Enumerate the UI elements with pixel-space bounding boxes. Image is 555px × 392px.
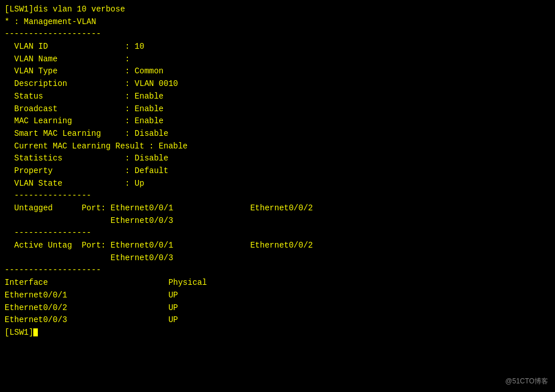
terminal-line: Description : VLAN 0010 bbox=[5, 78, 550, 91]
terminal-line: Untagged Port: Ethernet0/0/1 Ethernet0/0… bbox=[5, 202, 550, 215]
terminal-line: MAC Learning : Enable bbox=[5, 115, 550, 128]
terminal-line: -------------------- bbox=[5, 28, 550, 41]
terminal-line: Statistics : Disable bbox=[5, 152, 550, 165]
terminal-line: -------------------- bbox=[5, 264, 550, 277]
watermark: @51CTO博客 bbox=[505, 377, 548, 386]
terminal-line: ---------------- bbox=[5, 227, 550, 240]
terminal-line: Ethernet0/0/3 UP bbox=[5, 314, 550, 327]
terminal-line: Status : Enable bbox=[5, 91, 550, 103]
terminal-line: VLAN Type : Common bbox=[5, 65, 550, 78]
terminal-line: Current MAC Learning Result : Enable bbox=[5, 140, 550, 153]
terminal-line: Ethernet0/0/3 bbox=[5, 215, 550, 228]
terminal-line: Broadcast : Enable bbox=[5, 103, 550, 116]
terminal-line: * : Management-VLAN bbox=[5, 16, 550, 29]
terminal-line: [LSW1]dis vlan 10 verbose bbox=[5, 3, 550, 16]
terminal-line: Interface Physical bbox=[5, 277, 550, 289]
terminal-line: VLAN ID : 10 bbox=[5, 41, 550, 53]
terminal-content: [LSW1]dis vlan 10 verbose* : Management-… bbox=[5, 3, 550, 339]
terminal-window: [LSW1]dis vlan 10 verbose* : Management-… bbox=[0, 0, 555, 392]
terminal-line: [LSW1] bbox=[5, 327, 550, 339]
terminal-line: VLAN State : Up bbox=[5, 178, 550, 190]
cursor bbox=[33, 328, 38, 336]
terminal-line: ---------------- bbox=[5, 190, 550, 202]
terminal-line: Ethernet0/0/3 bbox=[5, 252, 550, 265]
terminal-line: Active Untag Port: Ethernet0/0/1 Etherne… bbox=[5, 240, 550, 252]
terminal-line: Property : Default bbox=[5, 165, 550, 178]
terminal-line: Ethernet0/0/2 UP bbox=[5, 302, 550, 315]
terminal-line: Ethernet0/0/1 UP bbox=[5, 289, 550, 302]
terminal-line: VLAN Name : bbox=[5, 53, 550, 66]
terminal-line: Smart MAC Learning : Disable bbox=[5, 128, 550, 140]
